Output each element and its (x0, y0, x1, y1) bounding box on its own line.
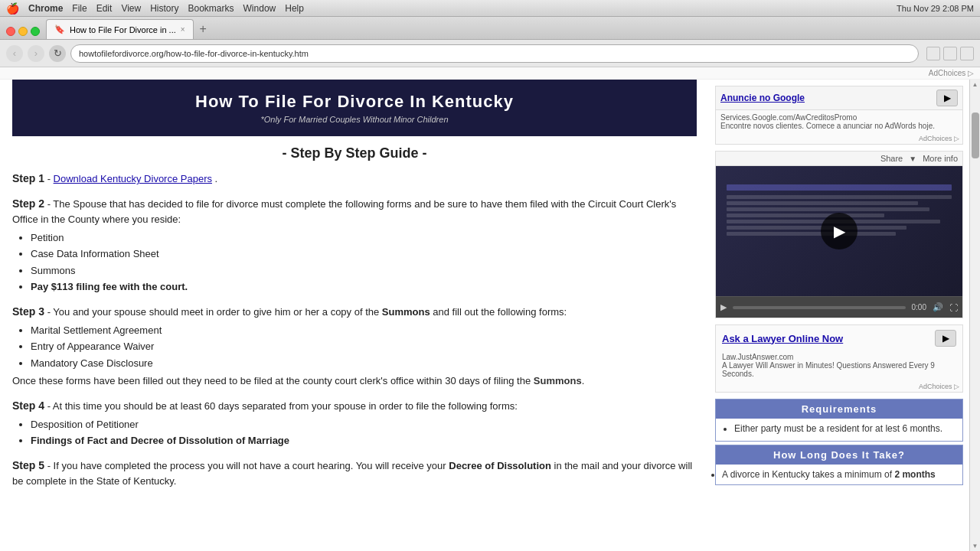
extensions-icon[interactable] (943, 47, 957, 60)
list-item: Case Data Information Sheet (31, 246, 697, 262)
video-line-2 (727, 201, 918, 205)
menu-file[interactable]: File (72, 3, 87, 14)
video-play-icon[interactable]: ▶ (720, 302, 727, 312)
browser-content: AdChoices ▷ How To File For Divorce In K… (0, 67, 980, 551)
addressbar-icons (926, 47, 974, 60)
window-maximize-btn[interactable] (31, 27, 40, 36)
video-line-7 (727, 232, 896, 236)
step-4-label: Step 4 (12, 399, 44, 412)
how-long-text: A divorce in Kentucky takes a minimum of (722, 469, 894, 480)
apple-icon: 🍎 (6, 2, 19, 15)
video-thumbnail: ▶ (716, 166, 962, 296)
back-button[interactable]: ‹ (6, 45, 23, 62)
menu-help[interactable]: Help (285, 3, 304, 14)
titlebar-right: Thu Nov 29 2:08 PM (897, 4, 974, 13)
top-ad-header: Anuncie no Google ▶ (716, 86, 962, 110)
page-body: How To File For Divorce In Kentucky *Onl… (0, 80, 980, 551)
step-1: Step 1 - Download Kentucky Divorce Paper… (12, 171, 697, 187)
video-time-label: 0:00 (912, 303, 926, 311)
play-button[interactable]: ▶ (821, 213, 858, 249)
step-1-dash: - (47, 173, 54, 184)
list-item: Summons (31, 263, 697, 279)
video-line-6 (727, 226, 906, 230)
ask-lawyer-url: Law.JustAnswer.com (722, 353, 956, 361)
video-controls-bar: ▶ 0:00 🔊 ⛶ (716, 296, 962, 318)
step-1-link[interactable]: Download Kentucky Divorce Papers (54, 173, 212, 184)
requirements-section: Requirements Either party must be a resi… (715, 399, 963, 442)
address-input[interactable] (70, 44, 919, 63)
reload-button[interactable]: ↻ (49, 45, 66, 62)
menu-window[interactable]: Window (243, 3, 276, 14)
top-ad-body: Services.Google.com/AwCreditosPromo Enco… (716, 110, 962, 133)
step-3-label: Step 3 (12, 305, 44, 318)
article: How To File For Divorce In Kentucky *Onl… (0, 80, 709, 551)
page-subtitle: *Only For Married Couples Without Minor … (24, 115, 684, 124)
ask-lawyer-link[interactable]: Ask a Lawyer Online Now (722, 333, 843, 344)
new-tab-btn[interactable]: + (194, 19, 213, 39)
video-volume-icon[interactable]: 🔊 (933, 302, 943, 312)
video-line-3 (727, 207, 929, 211)
how-long-body: A divorce in Kentucky takes a minimum of… (716, 465, 962, 484)
menu-chrome[interactable]: Chrome (28, 3, 63, 14)
top-ad-arrow[interactable]: ▶ (936, 90, 958, 106)
menu-view[interactable]: View (121, 3, 141, 14)
scroll-up-arrow[interactable]: ▲ (971, 80, 980, 90)
scroll-thumb[interactable] (972, 112, 979, 158)
video-line-1 (727, 195, 952, 199)
ask-lawyer-description: A Lawyer Will Answer in Minutes! Questio… (722, 361, 956, 378)
step-5-text: - If you have completed the process you … (47, 460, 449, 471)
window-close-btn[interactable] (6, 27, 15, 36)
scrollbar[interactable]: ▲ ▼ (969, 80, 980, 551)
window-minimize-btn[interactable] (18, 27, 28, 36)
step-5: Step 5 - If you have completed the proce… (12, 458, 697, 489)
video-progress-bar[interactable] (733, 306, 906, 309)
header-banner: How To File For Divorce In Kentucky *Onl… (12, 80, 697, 136)
browser-tab-active[interactable]: 🔖 How to File For Divorce in ... × (46, 19, 194, 39)
step-2: Step 2 - The Spouse that has decided to … (12, 196, 697, 295)
requirements-list: Either party must be a resident for at l… (722, 423, 956, 434)
step-3-text-before: - You and your spouse should meet in ord… (47, 306, 382, 318)
tab-close-btn[interactable]: × (181, 25, 185, 34)
step-2-list: Petition Case Data Information Sheet Sum… (31, 230, 697, 295)
step-4: Step 4 - At this time you should be at l… (12, 398, 697, 448)
forward-button[interactable]: › (28, 45, 44, 62)
title-bar: 🍎 Chrome File Edit View History Bookmark… (0, 0, 980, 17)
step-3-footer: Once these forms have been filled out th… (12, 373, 697, 389)
step-3-footer-text: Once these forms have been filled out th… (12, 375, 534, 386)
step-2-text: - The Spouse that has decided to file fo… (12, 198, 676, 225)
page-content: AdChoices ▷ How To File For Divorce In K… (0, 67, 980, 551)
how-long-bold: 2 months (894, 469, 935, 480)
tab-bar: 🔖 How to File For Divorce in ... × + (0, 17, 980, 40)
page-title: How To File For Divorce In Kentucky (24, 92, 684, 112)
list-item: Mandatory Case Disclosure (31, 356, 697, 371)
ask-lawyer-arrow[interactable]: ▶ (935, 330, 956, 347)
scroll-track[interactable] (970, 90, 980, 541)
chrome-window: 🔖 How to File For Divorce in ... × + ‹ ›… (0, 17, 980, 551)
video-share-label[interactable]: Share (880, 154, 903, 163)
bold-fee: Pay $113 filing fee with the court. (31, 281, 188, 292)
requirements-header: Requirements (716, 399, 962, 419)
list-item: Entry of Appearance Waiver (31, 339, 697, 354)
requirement-item: Either party must be a resident for at l… (734, 423, 956, 434)
list-item: Petition (31, 230, 697, 246)
top-ad-description: Encontre novos clientes. Comece a anunci… (720, 122, 958, 130)
top-ad-block: Anuncie no Google ▶ Services.Google.com/… (715, 86, 963, 145)
menu-edit[interactable]: Edit (96, 3, 113, 14)
menu-history[interactable]: History (150, 3, 178, 14)
video-more-info-label[interactable]: More info (923, 154, 958, 163)
video-share-triangle-icon: ▼ (909, 155, 916, 163)
step-3: Step 3 - You and your spouse should meet… (12, 304, 697, 389)
video-player[interactable]: ▶ (716, 166, 962, 296)
scroll-down-arrow[interactable]: ▼ (971, 541, 980, 551)
system-time: Thu Nov 29 2:08 PM (897, 4, 974, 13)
list-item: Findings of Fact and Decree of Dissoluti… (31, 433, 697, 448)
menu-bookmarks[interactable]: Bookmarks (188, 3, 234, 14)
video-fullscreen-icon[interactable]: ⛶ (949, 303, 958, 312)
ad-top-bar: AdChoices ▷ (0, 67, 980, 80)
step-4-list: Desposition of Petitioner Findings of Fa… (31, 417, 697, 448)
list-item: Desposition of Petitioner (31, 417, 697, 432)
ask-lawyer-header: Ask a Lawyer Online Now ▶ (716, 325, 962, 351)
menu-icon[interactable] (960, 47, 974, 60)
bookmark-icon[interactable] (926, 47, 940, 60)
top-ad-title-link[interactable]: Anuncie no Google (720, 93, 805, 103)
